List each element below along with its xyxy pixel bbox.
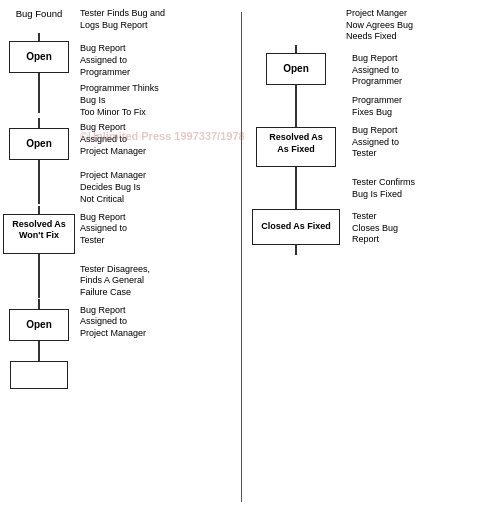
label-assigned-programmer: Bug Report Assigned to Programmer [74, 33, 229, 78]
label-assigned-pm-2: Bug Report Assigned to Project Manager [74, 299, 229, 340]
right-box-resolved-fixed: Resolved AsAs Fixed [256, 127, 336, 167]
box-open-4: Open [9, 309, 69, 341]
bug-found-label: Bug Found [4, 8, 74, 31]
box-open-2: Open [9, 128, 69, 160]
right-label-assigned-tester: Bug Report Assigned to Tester [346, 119, 496, 160]
right-bottom-placeholder [252, 255, 340, 275]
box-resolved-wontfix: Resolved AsWon't Fix [3, 214, 75, 254]
pm-agrees-label: Project Manger Now Agrees Bug Needs Fixe… [346, 8, 496, 43]
right-label-tester-confirms: Tester Confirms Bug Is Fixed [346, 177, 496, 200]
right-label-assigned-programmer: Bug Report Assigned to Programmer [346, 45, 496, 88]
box-bottom-placeholder [10, 361, 68, 389]
label-assigned-pm: Bug Report Assigned to Project Manager [74, 118, 229, 157]
label-tester-disagrees: Tester Disagrees, Finds A General Failur… [74, 264, 229, 299]
label-programmer-thinks: Programmer Thinks Bug Is Too Minor To Fi… [74, 83, 229, 118]
label-pm-decides: Project Manager Decides Bug Is Not Criti… [74, 170, 229, 205]
box-open-1: Open [9, 41, 69, 73]
right-box-open-1: Open [266, 53, 326, 85]
right-label-programmer-fixes: Programmer Fixes Bug [346, 95, 496, 118]
tester-finds-label: Tester Finds Bug and Logs Bug Report [74, 8, 229, 31]
diagram: Bug Found Tester Finds Bug and Logs Bug … [0, 0, 500, 505]
right-label-tester-closes: Tester Closes Bug Report [346, 203, 496, 246]
label-assigned-tester: Bug Report Assigned to Tester [74, 206, 229, 247]
right-box-closed-fixed: Closed As Fixed [252, 209, 340, 245]
